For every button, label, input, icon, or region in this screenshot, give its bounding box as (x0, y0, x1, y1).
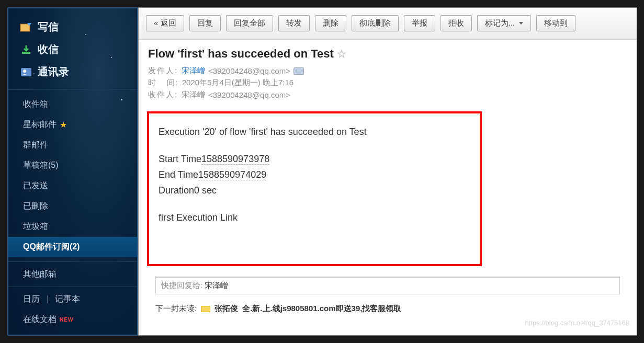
svg-rect-0 (20, 24, 30, 31)
compose-button[interactable]: 写信 (8, 16, 137, 38)
quick-reply-input[interactable]: 快捷回复给: 宋泽嶒 (155, 277, 620, 294)
folder-qq-subscribe[interactable]: QQ邮件订阅(2) (8, 237, 137, 257)
contact-card-icon[interactable] (293, 67, 304, 75)
folder-inbox[interactable]: 收件箱 (8, 94, 137, 115)
svg-point-3 (23, 70, 26, 73)
body-duration-value: 0 sec (194, 185, 217, 196)
body-duration-row: Duration0 sec (159, 184, 470, 197)
folder-label: 群邮件 (23, 140, 48, 151)
divider (8, 89, 137, 90)
attachments-label: 附件收藏 (23, 335, 57, 336)
folder-group[interactable]: 群邮件 (8, 135, 137, 155)
body-exec-line: Execution '20' of flow 'first' has succe… (159, 125, 470, 139)
reject-button[interactable]: 拒收 (440, 15, 472, 31)
calendar-link[interactable]: 日历 (23, 294, 40, 303)
attachments-link[interactable]: 附件收藏 (8, 330, 137, 336)
next-unread-sender[interactable]: 张拓俊 (214, 304, 238, 314)
folder-other-mail[interactable]: 其他邮箱 (8, 264, 137, 284)
reply-all-button[interactable]: 回复全部 (226, 15, 273, 31)
notepad-link[interactable]: 记事本 (55, 294, 80, 303)
back-button[interactable]: « 返回 (146, 15, 184, 31)
compose-label: 写信 (38, 20, 59, 34)
divider (8, 261, 137, 262)
from-label: 发件人: (148, 66, 178, 76)
mark-dropdown[interactable]: 标记为... (477, 15, 532, 31)
to-name: 宋泽嶒 (182, 90, 205, 100)
online-doc-label: 在线文档 (23, 314, 57, 325)
receive-label: 收信 (38, 42, 59, 56)
subject-text: Flow 'first' has succeeded on Test (148, 47, 334, 61)
folder-label: 其他邮箱 (23, 269, 57, 280)
quick-reply-section: 快捷回复给: 宋泽嶒 (155, 277, 620, 294)
folder-junk[interactable]: 垃圾箱 (8, 216, 137, 237)
from-address: <392004248@qq.com> (208, 66, 290, 75)
forward-button[interactable]: 转发 (278, 15, 310, 31)
time-label: 时 间: (148, 78, 179, 88)
from-name[interactable]: 宋泽嶒 (182, 66, 205, 76)
move-dropdown[interactable]: 移动到 (536, 15, 575, 31)
highlight-annotation: Execution '20' of flow 'first' has succe… (147, 111, 482, 266)
folder-label: 星标邮件 (23, 119, 57, 130)
subject-row: Flow 'first' has succeeded on Test ☆ (148, 47, 627, 61)
separator: | (46, 294, 48, 303)
back-label: « 返回 (154, 18, 176, 28)
contacts-button[interactable]: 通讯录 (8, 61, 137, 83)
to-row: 收件人: 宋泽嶒 <392004248@qq.com> (148, 89, 627, 101)
time-value: 2020年5月4日(星期一) 晚上7:16 (182, 78, 293, 88)
reply-all-label: 回复全部 (234, 18, 265, 28)
reject-label: 拒收 (448, 18, 464, 28)
folder-label: 垃圾箱 (23, 221, 48, 232)
star-icon: ★ (60, 120, 67, 130)
report-label: 举报 (412, 18, 427, 28)
body-exec-link[interactable]: first Execution Link (159, 211, 470, 224)
folder-label: 收件箱 (23, 99, 48, 110)
body-duration-label: Duration (159, 185, 194, 196)
links-row: 日历 | 记事本 (8, 289, 137, 310)
contacts-icon (20, 67, 32, 77)
folder-drafts[interactable]: 草稿箱(5) (8, 155, 137, 176)
new-badge: NEW (60, 317, 73, 323)
folder-sent[interactable]: 已发送 (8, 176, 137, 196)
download-icon (20, 44, 32, 55)
main-pane: « 返回 回复 回复全部 转发 删除 彻底删除 举报 拒收 标记为... 移动到… (138, 7, 637, 336)
compose-icon (20, 22, 32, 32)
folder-label: 已发送 (23, 180, 48, 191)
star-icon[interactable]: ☆ (337, 48, 346, 60)
sidebar-actions: 写信 收信 通讯录 (8, 8, 137, 87)
quick-reply-target: 宋泽嶒 (205, 281, 228, 291)
body-end-value: 1588590974029 (198, 169, 266, 180)
receive-button[interactable]: 收信 (8, 38, 137, 61)
move-label: 移动到 (544, 18, 568, 28)
folder-list: 收件箱 星标邮件★ 群邮件 草稿箱(5) 已发送 已删除 垃圾箱 QQ邮件订阅(… (8, 92, 137, 259)
delete-forever-label: 彻底删除 (359, 18, 391, 28)
delete-label: 删除 (323, 18, 338, 28)
contacts-label: 通讯录 (38, 65, 69, 79)
envelope-icon (201, 306, 210, 312)
delete-button[interactable]: 删除 (315, 15, 346, 31)
sidebar: 写信 收信 通讯录 收件箱 星标邮件★ 群邮件 草稿箱(5) 已发送 已删除 (7, 7, 138, 336)
folder-deleted[interactable]: 已删除 (8, 196, 137, 216)
to-label: 收件人: (148, 90, 178, 100)
next-unread-row: 下一封未读: 张拓俊 全.新.上.线js9805801.com即送39,找客服领… (147, 294, 628, 319)
reply-label: 回复 (197, 18, 213, 28)
folder-starred[interactable]: 星标邮件★ (8, 115, 137, 135)
quick-reply-label: 快捷回复给: (161, 281, 202, 291)
body-start-row: Start Time1588590973978 (159, 152, 470, 166)
folder-label: 已删除 (23, 201, 48, 212)
next-unread-subject[interactable]: 全.新.上.线js9805801.com即送39,找客服领取 (242, 304, 401, 314)
report-button[interactable]: 举报 (404, 15, 435, 31)
online-doc-link[interactable]: 在线文档 NEW (8, 310, 137, 330)
to-address: <392004248@qq.com> (208, 90, 290, 99)
time-row: 时 间: 2020年5月4日(星期一) 晚上7:16 (148, 77, 627, 89)
from-row: 发件人: 宋泽嶒 <392004248@qq.com> (148, 65, 627, 77)
folder-label: 草稿箱(5) (23, 160, 59, 171)
next-unread-label: 下一封未读: (155, 304, 197, 314)
body-end-label: End Time (159, 169, 198, 180)
body-start-label: Start Time (159, 154, 201, 164)
svg-rect-1 (22, 52, 30, 54)
folder-label: QQ邮件订阅(2) (23, 242, 80, 253)
delete-forever-button[interactable]: 彻底删除 (352, 15, 399, 31)
meta-rows: 发件人: 宋泽嶒 <392004248@qq.com> 时 间: 2020年5月… (148, 65, 627, 101)
forward-label: 转发 (286, 18, 302, 28)
reply-button[interactable]: 回复 (189, 15, 221, 31)
